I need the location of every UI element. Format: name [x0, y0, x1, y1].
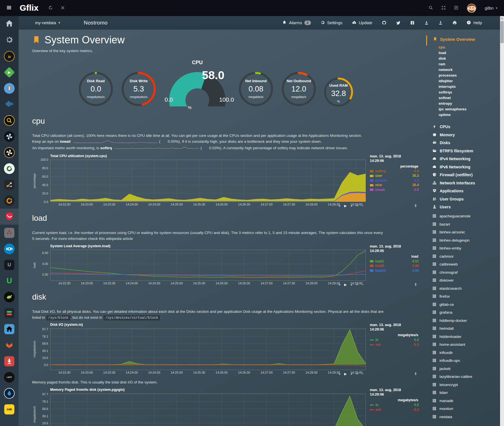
chart-control[interactable]: + — [356, 204, 358, 208]
close-icon[interactable] — [60, 5, 65, 11]
legend-row[interactable]: system2.3 — [370, 178, 419, 183]
gitlab-icon[interactable] — [0, 337, 19, 353]
node-graph-icon[interactable] — [0, 177, 19, 193]
help-button[interactable]: ? Help — [467, 20, 482, 25]
grafana-icon[interactable] — [0, 193, 19, 209]
legend-row[interactable]: load152.06 — [370, 268, 419, 273]
sidebar-item-interrupts[interactable]: interrupts — [439, 84, 500, 90]
nextcloud-icon[interactable] — [0, 241, 19, 257]
sidebar-section-ipv6-networking[interactable]: IPv6 Networking — [426, 163, 500, 171]
chart-control[interactable]: − — [362, 204, 364, 208]
home-icon[interactable] — [0, 16, 19, 32]
chart-control[interactable]: ▶ — [344, 372, 347, 376]
cubes-icon[interactable] — [0, 225, 19, 241]
sidebar-app-netdata[interactable]: netdata — [426, 413, 500, 421]
sidebar-app-calibreweb[interactable]: calibreweb — [426, 260, 500, 269]
sidebar-item-idlejitter[interactable]: idlejitter — [439, 78, 500, 84]
sidebar-section-applications[interactable]: Applications — [426, 187, 500, 195]
avatar[interactable] — [467, 3, 477, 13]
sidebar-app-binhex-airsonic[interactable]: binhex-airsonic — [426, 228, 500, 237]
sidebar-app-cadvisor[interactable]: cadvisor — [426, 252, 500, 260]
chart-resize-handle[interactable]: ⇕ — [414, 282, 417, 287]
chart-toolbar[interactable]: «▶»+− — [339, 204, 364, 208]
chart-system-cpu[interactable]: Total CPU utilization (system.cpu)percen… — [32, 154, 419, 208]
drop-icon[interactable] — [0, 385, 19, 401]
search-app-icon[interactable] — [0, 112, 19, 128]
sidebar-section-ipv4-networking[interactable]: IPv4 Networking — [426, 155, 500, 163]
sidebar-item-entropy[interactable]: entropy — [439, 101, 500, 106]
sidebar-section-memory[interactable]: Memory — [426, 131, 500, 139]
home-assistant-icon[interactable] — [0, 321, 19, 337]
soundwave-icon[interactable] — [0, 96, 19, 112]
sidebar-item-ipc-semaphores[interactable]: ipc semaphores — [439, 106, 500, 112]
swirl-icon[interactable] — [0, 160, 19, 177]
legend-row[interactable]: iowait0.0 — [370, 188, 419, 192]
legend-row[interactable]: load16.51 — [370, 259, 419, 264]
scrollbar-up-arrow[interactable]: ▲ — [500, 16, 504, 21]
chart-control[interactable]: « — [339, 204, 341, 208]
sidebar-item-softirqs[interactable]: softirqs — [439, 90, 500, 95]
print-icon[interactable] — [452, 21, 457, 25]
hamburger-menu-icon[interactable] — [6, 5, 12, 11]
pinwheel-yellow-icon[interactable] — [0, 144, 19, 160]
sidebar-app-lidarr[interactable]: lidarr — [426, 389, 500, 397]
chart-control[interactable]: « — [339, 283, 341, 287]
sidebar-section-firewall-netfilter-[interactable]: Firewall (netfilter) — [426, 171, 500, 179]
sidebar-app-heimdall[interactable]: heimdall — [426, 325, 500, 333]
sidebar-section-user-groups[interactable]: User Groups — [426, 195, 500, 203]
sidebar-app-grafana[interactable]: grafana — [426, 309, 500, 317]
legend-row[interactable]: softirq0.0 — [370, 169, 419, 174]
user-menu[interactable]: gilbn▼ — [485, 6, 498, 10]
settings-gear-icon[interactable] — [0, 32, 19, 48]
sidebar-app-hiddenloader[interactable]: hiddenloader — [426, 333, 500, 341]
sidebar-app-monitorr[interactable]: monitorr — [426, 405, 500, 413]
sidebar-app-bazarr[interactable]: bazarr — [426, 220, 500, 228]
sidebar-item-uptime[interactable]: uptime — [439, 112, 500, 118]
legend-row[interactable]: user35.3 — [370, 173, 419, 178]
sidebar-app-firefox[interactable]: firefox — [426, 293, 500, 301]
gauge-disk-read[interactable]: Disk Read0.0megabytes/s — [74, 68, 117, 110]
chart-toolbar[interactable]: «▶»+− — [339, 283, 364, 287]
chart-control[interactable]: − — [362, 283, 364, 287]
chart-control[interactable]: « — [339, 372, 341, 376]
chart-system-load[interactable]: System Load Average (system.load)load6.0… — [32, 244, 419, 286]
scrollbar-thumb[interactable] — [500, 21, 504, 43]
chart-control[interactable]: + — [356, 283, 358, 287]
sidebar-item-softnet[interactable]: softnet — [439, 95, 500, 101]
monitorr-icon[interactable] — [0, 305, 19, 321]
chart-control[interactable]: ▶ — [344, 283, 347, 287]
sidebar-app-elasticsearch[interactable]: elasticsearch — [426, 284, 500, 293]
sidebar-app-letsencrypt[interactable]: letsencrypt — [426, 381, 500, 389]
sidebar-app-mariadb[interactable]: mariadb — [426, 397, 500, 405]
chart-plot-area[interactable] — [50, 393, 366, 426]
chart-plot-area[interactable] — [50, 328, 366, 370]
sidebar-item-load[interactable]: load — [439, 50, 500, 56]
search-icon[interactable] — [428, 5, 433, 11]
sidebar-section-cpus[interactable]: CPUs — [426, 123, 500, 131]
fullscreen-icon[interactable] — [441, 5, 446, 11]
sidebar-system-overview[interactable]: System Overview — [426, 35, 500, 43]
red-download-icon[interactable] — [0, 353, 19, 369]
sidebar-item-cpu[interactable]: cpu — [439, 44, 500, 50]
legend-row[interactable]: load52.68 — [370, 264, 419, 268]
sidebar-app-binhex-emby[interactable]: binhex-emby — [426, 244, 500, 253]
library-books-icon[interactable] — [0, 80, 19, 96]
gauge-cpu[interactable]: CPU58.00.0100.0% — [162, 60, 233, 110]
sidebar-app-apacheguacamole[interactable]: apacheguacamole — [426, 212, 500, 220]
github-icon[interactable] — [382, 21, 386, 25]
chart-control[interactable]: » — [350, 204, 352, 208]
legend-row[interactable]: out-5.2 — [370, 407, 419, 412]
chart-resize-handle[interactable]: ⇕ — [414, 372, 417, 376]
legend-row[interactable]: in0.0 — [370, 338, 419, 342]
sidebar-item-network[interactable]: network — [439, 67, 500, 73]
sidebar-item-disk[interactable]: disk — [439, 56, 500, 61]
chart-control[interactable]: − — [362, 372, 364, 376]
green-u-icon[interactable]: U — [0, 273, 19, 289]
refresh-icon[interactable] — [48, 5, 53, 11]
chart-control[interactable]: ▶ — [344, 204, 347, 208]
settings-button[interactable]: Settings — [320, 20, 342, 25]
sidebar-section-btrfs-filesystem[interactable]: BTRFS filesystem — [426, 147, 500, 155]
unraid-icon[interactable]: U — [0, 257, 19, 273]
emby-icon[interactable]: ▶ — [0, 64, 19, 80]
sidebar-app-home-assistant[interactable]: home-assistant — [426, 341, 500, 349]
